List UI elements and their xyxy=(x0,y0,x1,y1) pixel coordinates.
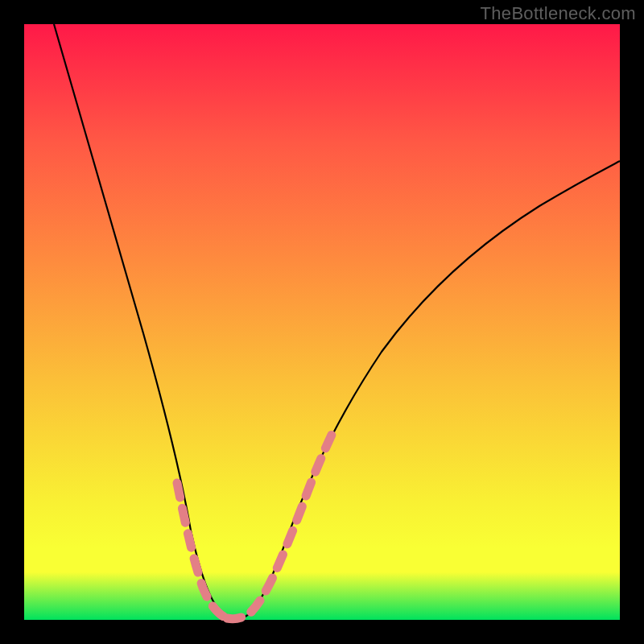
bottleneck-curve xyxy=(54,24,620,619)
accent-dots-right xyxy=(251,435,332,612)
curve-layer xyxy=(24,24,620,620)
accent-dots-left xyxy=(177,483,227,618)
watermark-text: TheBottleneck.com xyxy=(481,3,636,24)
plot-area xyxy=(24,24,620,620)
chart-frame: TheBottleneck.com xyxy=(0,0,644,644)
